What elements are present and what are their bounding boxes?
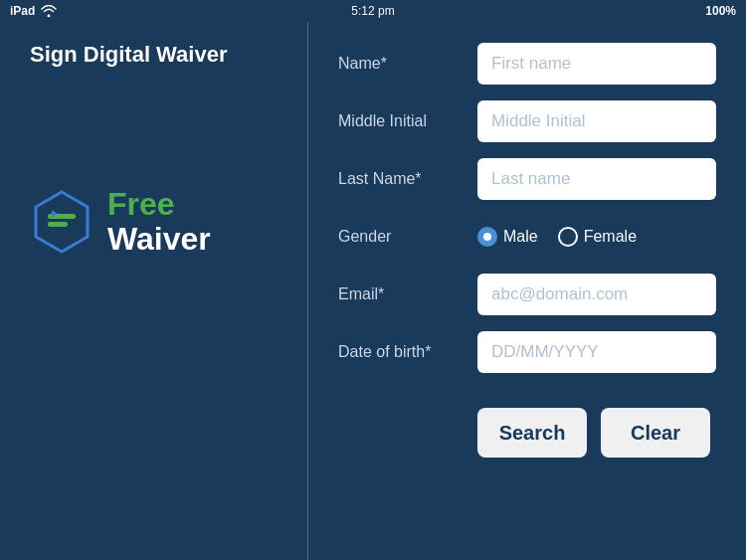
email-input[interactable] (477, 274, 716, 315)
logo-text: Free Waiver (107, 187, 211, 257)
middle-initial-input[interactable] (477, 100, 716, 142)
gender-male-radio[interactable] (477, 227, 497, 247)
last-name-input[interactable] (477, 158, 716, 200)
clear-button[interactable]: Clear (601, 408, 710, 458)
name-label: Name* (338, 55, 477, 73)
status-bar: iPad 5:12 pm 100% (0, 0, 746, 22)
gender-female-radio[interactable] (558, 227, 578, 247)
search-button[interactable]: Search (477, 408, 587, 458)
logo-waiver-text: Waiver (107, 222, 211, 257)
last-name-label: Last Name* (338, 170, 477, 188)
main-container: Sign Digital Waiver Free Waiver Name (0, 22, 746, 560)
logo-icon (30, 190, 93, 254)
dob-input[interactable] (477, 331, 716, 373)
last-name-row: Last Name* (338, 157, 716, 201)
middle-initial-label: Middle Initial (338, 112, 477, 130)
status-time: 5:12 pm (351, 4, 394, 18)
gender-male-option[interactable]: Male (477, 227, 538, 247)
gender-male-label: Male (503, 228, 538, 246)
wifi-icon (41, 5, 57, 17)
name-row: Name* (338, 42, 716, 86)
right-panel: Name* Middle Initial Last Name* Gender M… (308, 22, 746, 560)
email-row: Email* (338, 273, 716, 316)
status-battery: 100% (705, 4, 736, 18)
dob-label: Date of birth* (338, 343, 477, 361)
email-label: Email* (338, 285, 477, 303)
buttons-row: Search Clear (477, 408, 716, 458)
gender-female-option[interactable]: Female (558, 227, 637, 247)
app-title: Sign Digital Waiver (30, 42, 227, 68)
first-name-input[interactable] (477, 43, 716, 85)
gender-options: Male Female (477, 227, 716, 247)
left-panel: Sign Digital Waiver Free Waiver (0, 22, 308, 560)
dob-row: Date of birth* (338, 330, 716, 374)
divider (307, 22, 308, 560)
status-left: iPad (10, 4, 57, 18)
svg-rect-2 (48, 222, 68, 227)
gender-row: Gender Male Female (338, 215, 716, 259)
gender-female-label: Female (584, 228, 637, 246)
gender-label: Gender (338, 228, 477, 246)
device-name: iPad (10, 4, 35, 18)
middle-initial-row: Middle Initial (338, 99, 716, 143)
logo-container: Free Waiver (30, 187, 211, 257)
logo-free-text: Free (107, 187, 211, 222)
